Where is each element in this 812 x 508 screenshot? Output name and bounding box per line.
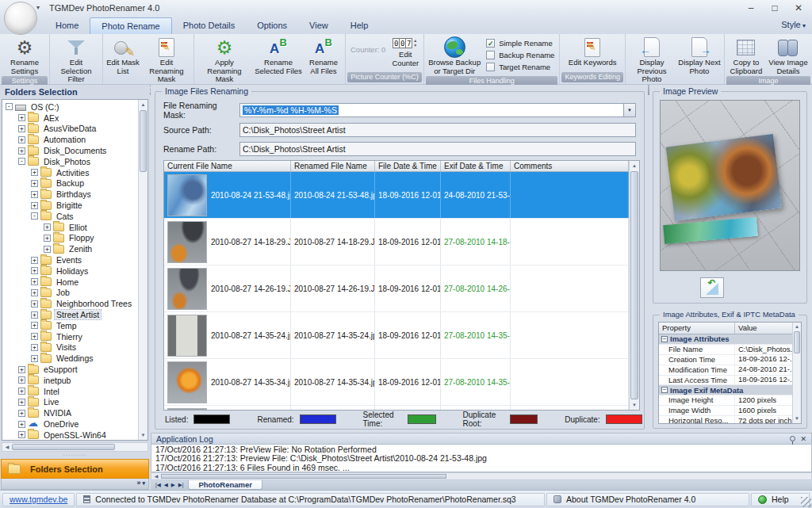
tree-item[interactable]: + Birthdays	[2, 189, 138, 200]
tree-item[interactable]: + Street Artist	[2, 309, 138, 320]
checkbox-icon[interactable]	[486, 63, 495, 71]
tree-horizontal-scrollbar[interactable]: ◀ ▶	[2, 442, 148, 452]
scroll-down-icon[interactable]: ▼	[793, 414, 801, 423]
expand-toggle-icon[interactable]: +	[18, 388, 25, 395]
expand-toggle-icon[interactable]: +	[44, 246, 51, 253]
tree-item[interactable]: + Job	[2, 288, 138, 299]
tree-item[interactable]: + Floppy	[2, 233, 138, 244]
metadata-row[interactable]: Modification Time 24-08-2010 21-...	[659, 365, 792, 376]
expand-toggle-icon[interactable]: +	[31, 289, 38, 296]
chevrons-more-icon[interactable]: »	[137, 479, 145, 487]
rotate-left-button[interactable]	[700, 277, 724, 298]
expand-toggle-icon[interactable]: +	[18, 114, 25, 121]
expand-toggle-icon[interactable]: +	[18, 147, 25, 155]
edit-selection-filter-button[interactable]: Edit Selection Filter	[52, 36, 101, 85]
metadata-row[interactable]: Last Access Time 18-09-2016 12-...	[659, 376, 792, 386]
expand-toggle-icon[interactable]: +	[18, 421, 25, 428]
about-button[interactable]: About TGMDev PhotoRenamer 4.0	[546, 493, 749, 506]
tree-item[interactable]: - OS (C:)	[2, 101, 138, 113]
expand-toggle-icon[interactable]: +	[31, 180, 38, 187]
column-header[interactable]: Exif Date & Time	[441, 161, 511, 171]
tree-item[interactable]: + Automation	[2, 134, 138, 145]
previous-tab-icon[interactable]	[164, 481, 168, 489]
expand-toggle-icon[interactable]: +	[44, 235, 51, 242]
log-horizontal-scrollbar[interactable]: ◀ ▶	[151, 472, 812, 480]
tree-item[interactable]: - Disk_Photos	[2, 156, 138, 167]
ribbon-tab[interactable]: View	[298, 17, 339, 34]
ribbon-tab[interactable]: Home	[44, 17, 90, 34]
tree-item[interactable]: + Live	[2, 397, 138, 408]
display-next-photo-button[interactable]: → Display Next Photo	[676, 36, 722, 76]
tree-item[interactable]: + Backup	[2, 178, 138, 189]
tree-item[interactable]: + inetpub	[2, 375, 138, 386]
minimize-button[interactable]	[739, 0, 763, 16]
expand-toggle-icon[interactable]: +	[31, 322, 38, 329]
metadata-row[interactable]: File Name C:\Disk_Photos...	[659, 345, 792, 355]
checkbox-icon[interactable]	[486, 51, 495, 59]
file-renaming-mask-combobox[interactable]: %Y-%m-%d %H-%M-%S ▼	[239, 103, 636, 117]
ribbon-tab[interactable]: Photo Rename	[90, 17, 171, 34]
scroll-up-icon[interactable]: ▲	[793, 323, 801, 331]
tree-item[interactable]: + Holidays	[2, 265, 138, 277]
table-row[interactable]: 2010-08-27 14-18-29.JPG 2010-08-27 14-18…	[164, 219, 629, 265]
source-path-field[interactable]: C:\Disk_Photos\Street Artist	[239, 123, 636, 137]
tree-item[interactable]: + Neighborhood Trees	[2, 298, 138, 309]
copy-to-clipboard-button[interactable]: Copy to Clipboard	[726, 36, 766, 76]
tree-item[interactable]: + Zenith	[2, 243, 138, 254]
tree-item[interactable]: + Disk_Documents	[2, 145, 138, 156]
expand-toggle-icon[interactable]: +	[31, 267, 38, 274]
scrollbar-thumb[interactable]	[630, 171, 638, 399]
combobox-dropdown-icon[interactable]: ▼	[623, 104, 635, 116]
metadata-row[interactable]: Image Attributes	[659, 334, 792, 345]
maximize-button[interactable]	[763, 0, 787, 16]
metadata-scrollbar[interactable]: ▲ ▼	[792, 323, 801, 423]
scroll-down-icon[interactable]: ▼	[630, 400, 639, 410]
close-button[interactable]	[787, 0, 810, 16]
last-tab-icon[interactable]	[178, 481, 184, 489]
expand-toggle-icon[interactable]: +	[31, 169, 38, 176]
metadata-row[interactable]: Horizontal Reso... 72 dots per inch	[659, 416, 792, 423]
collapse-toggle-icon[interactable]	[661, 336, 668, 342]
scroll-down-icon[interactable]: ▼	[139, 430, 147, 440]
scrollbar-thumb[interactable]	[140, 110, 147, 172]
style-dropdown[interactable]: Style	[781, 20, 806, 29]
expand-toggle-icon[interactable]: +	[31, 333, 38, 340]
tree-item[interactable]: + Brigitte	[2, 200, 138, 211]
edit-renaming-mask-button[interactable]: Edit Renaming Mask	[141, 36, 192, 85]
rename-path-field[interactable]: C:\Disk_Photos\Street Artist	[239, 142, 636, 156]
scrollbar-thumb[interactable]	[12, 444, 115, 450]
table-row[interactable]: 2010-08-27 14-26-19.JPG 2010-08-27 14-26…	[164, 265, 629, 312]
scroll-up-icon[interactable]: ▲	[139, 100, 147, 109]
tree-item[interactable]: + eSupport	[2, 364, 138, 375]
metadata-row[interactable]: Image Exif MetaData	[659, 385, 792, 395]
table-row[interactable]	[164, 406, 629, 410]
first-tab-icon[interactable]	[155, 481, 161, 489]
edit-counter-button[interactable]: Edit Counter	[392, 51, 419, 67]
scroll-left-icon[interactable]: ◀	[2, 443, 12, 451]
expand-toggle-icon[interactable]: +	[31, 278, 38, 285]
expand-toggle-icon[interactable]: +	[31, 311, 38, 319]
expand-toggle-icon[interactable]: +	[18, 125, 25, 132]
table-row[interactable]: 2010-08-27 14-35-34.jpg 2010-08-27 14-35…	[164, 359, 629, 406]
quick-access-arrow-icon[interactable]: ▾	[36, 4, 40, 11]
collapse-toggle-icon[interactable]	[661, 387, 668, 393]
expand-toggle-icon[interactable]: +	[31, 202, 38, 209]
column-header[interactable]: Comments	[511, 161, 629, 171]
expand-toggle-icon[interactable]: -	[18, 158, 25, 165]
rename-settings-button[interactable]: ⚙ Rename Settings	[2, 36, 48, 76]
tree-item[interactable]: + Events	[2, 254, 138, 265]
expand-toggle-icon[interactable]: +	[18, 366, 25, 373]
checkbox-icon[interactable]: ✓	[486, 39, 495, 48]
expand-toggle-icon[interactable]: +	[44, 223, 51, 231]
rename-selected-files-button[interactable]: Rename Selected Files	[253, 36, 304, 76]
column-header[interactable]: Current File Name	[164, 161, 291, 171]
tree-item[interactable]: + AsusVibeData	[2, 124, 138, 135]
ribbon-tab[interactable]: Photo Details	[172, 17, 246, 34]
scroll-left-icon[interactable]: ◀	[151, 473, 161, 479]
table-vertical-scrollbar[interactable]: ▲ ▼	[629, 161, 639, 410]
apply-renaming-mask-button[interactable]: ⚙ Apply Renaming Mask	[196, 36, 253, 85]
expand-toggle-icon[interactable]: +	[18, 410, 25, 417]
expand-toggle-icon[interactable]: +	[31, 355, 38, 362]
tab-photorenamer[interactable]: PhotoRenamer	[188, 480, 262, 490]
expand-toggle-icon[interactable]: +	[18, 399, 25, 406]
